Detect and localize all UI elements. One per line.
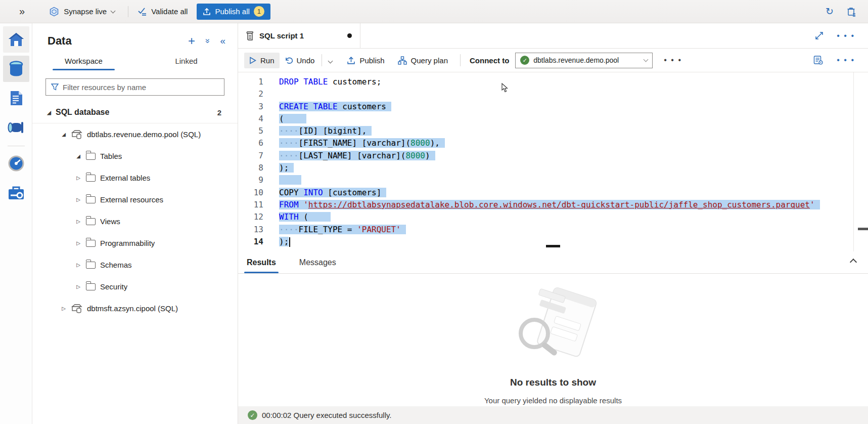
collapse-panel-icon[interactable]: « bbox=[220, 35, 225, 47]
toolbar-far-more-icon[interactable]: • • • bbox=[837, 56, 855, 65]
tree-item-external-resources[interactable]: ▷External resources bbox=[32, 189, 238, 210]
trash-icon[interactable] bbox=[847, 7, 856, 17]
resource-tree: ◢SQL database2◢dbtlabs.revenue.demo.pool… bbox=[32, 102, 238, 319]
tree-item-tables[interactable]: ◢Tables bbox=[32, 145, 238, 167]
properties-icon[interactable] bbox=[813, 55, 824, 65]
line-number: 14 bbox=[238, 236, 273, 248]
editor-horizontal-scrollbar-thumb[interactable] bbox=[546, 245, 560, 247]
collapse-node-icon[interactable]: ◢ bbox=[75, 153, 82, 159]
run-button[interactable]: Run bbox=[244, 53, 280, 68]
expand-node-icon[interactable]: ▷ bbox=[75, 262, 82, 268]
tree-item-views[interactable]: ▷Views bbox=[32, 210, 238, 232]
code-line-4[interactable]: 4( bbox=[238, 113, 868, 125]
line-content: ····[ID] [bigint], bbox=[273, 125, 372, 137]
tab-sql-script-1[interactable]: SQL script 1 bbox=[238, 23, 360, 48]
add-resource-icon[interactable]: + bbox=[188, 35, 195, 47]
code-line-5[interactable]: 5····[ID] [bigint], bbox=[238, 125, 868, 137]
validate-all-button[interactable]: Validate all bbox=[138, 7, 188, 16]
mode-selector[interactable]: Synapse live bbox=[49, 7, 115, 17]
code-line-2[interactable]: 2 bbox=[238, 88, 868, 100]
line-number: 4 bbox=[238, 113, 273, 125]
tree-item-programmability[interactable]: ▷Programmability bbox=[32, 232, 238, 254]
synapse-logo-icon bbox=[49, 7, 59, 17]
line-number: 2 bbox=[238, 88, 273, 100]
editor-vertical-scrollbar-thumb[interactable] bbox=[858, 228, 868, 230]
code-line-11[interactable]: 11FROM 'https://dbtlabsynapsedatalake.bl… bbox=[238, 199, 868, 211]
no-results-subtitle: Your query yielded no displayable result… bbox=[238, 396, 868, 405]
rail-item-develop[interactable] bbox=[3, 85, 29, 111]
tree-item-label: dbtmsft.azsyn.cipool (SQL) bbox=[87, 304, 178, 313]
tab-workspace[interactable]: Workspace bbox=[32, 57, 135, 70]
expand-node-icon[interactable]: ▷ bbox=[75, 219, 82, 224]
code-line-7[interactable]: 7····[LAST_NAME] [varchar](8000) bbox=[238, 150, 868, 162]
tree-item-dbtlabs-revenue-demo-pool-sql[interactable]: ◢dbtlabs.revenue.demo.pool (SQL) bbox=[32, 123, 238, 145]
undo-button[interactable]: Undo bbox=[280, 53, 320, 68]
code-line-1[interactable]: 1DROP TABLE customers; bbox=[238, 76, 868, 88]
rail-item-integrate[interactable] bbox=[3, 114, 29, 141]
code-line-9[interactable]: 9 bbox=[238, 174, 868, 186]
filter-resources-input[interactable] bbox=[63, 83, 219, 92]
line-content: ····FILE_TYPE = 'PARQUET' bbox=[273, 224, 406, 236]
success-check-icon: ✓ bbox=[248, 410, 257, 420]
rail-item-monitor[interactable] bbox=[3, 150, 29, 177]
tree-item-security[interactable]: ▷Security bbox=[32, 276, 238, 298]
line-number: 10 bbox=[238, 187, 273, 199]
expand-node-icon[interactable]: ▷ bbox=[75, 240, 82, 246]
expand-node-icon[interactable]: ▷ bbox=[75, 175, 82, 181]
publish-count-badge: 1 bbox=[254, 6, 264, 17]
tree-item-label: Security bbox=[100, 282, 127, 291]
collapse-results-icon[interactable] bbox=[851, 258, 856, 267]
line-number: 6 bbox=[238, 137, 273, 149]
results-tab-row: Results Messages bbox=[238, 251, 868, 274]
double-chevron-down-icon[interactable]: » bbox=[203, 38, 213, 43]
tab-linked[interactable]: Linked bbox=[135, 57, 238, 70]
query-plan-button[interactable]: Query plan bbox=[393, 53, 453, 68]
tree-item-sql-database[interactable]: ◢SQL database2 bbox=[32, 102, 238, 123]
code-line-10[interactable]: 10COPY INTO [customers] bbox=[238, 187, 868, 199]
refresh-icon[interactable]: ↻ bbox=[826, 6, 834, 17]
expand-panel-icon[interactable]: » bbox=[19, 6, 25, 17]
code-line-6[interactable]: 6····[FIRST_NAME] [varchar](8000), bbox=[238, 137, 868, 149]
code-line-8[interactable]: 8); bbox=[238, 162, 868, 174]
publish-all-button[interactable]: Publish all 1 bbox=[197, 4, 270, 20]
tabrow-more-icon[interactable]: • • • bbox=[837, 31, 855, 40]
collapse-node-icon[interactable]: ◢ bbox=[45, 110, 53, 115]
data-panel-title: Data bbox=[48, 34, 72, 48]
connection-ok-icon: ✓ bbox=[520, 56, 529, 65]
code-line-13[interactable]: 13····FILE_TYPE = 'PARQUET' bbox=[238, 224, 868, 236]
code-editor[interactable]: 1DROP TABLE customers;23CREATE TABLE cus… bbox=[238, 72, 868, 275]
tree-item-dbtmsft-azsyn-cipool-sql[interactable]: ▷dbtmsft.azsyn.cipool (SQL) bbox=[32, 298, 238, 319]
publish-button[interactable]: Publish bbox=[342, 53, 389, 68]
publish-all-label: Publish all bbox=[215, 7, 249, 16]
tree-item-label: Views bbox=[100, 217, 120, 226]
sql-script-icon bbox=[245, 31, 254, 41]
tree-item-label: External resources bbox=[100, 195, 163, 204]
monitor-icon bbox=[8, 155, 24, 172]
rail-item-data[interactable] bbox=[3, 56, 29, 82]
no-results-empty-state: No results to show Your query yielded no… bbox=[238, 287, 868, 405]
code-line-3[interactable]: 3CREATE TABLE customers bbox=[238, 101, 868, 113]
expand-node-icon[interactable]: ▷ bbox=[75, 284, 82, 289]
expand-node-icon[interactable]: ▷ bbox=[60, 306, 67, 311]
tree-item-label: External tables bbox=[100, 174, 150, 182]
data-icon bbox=[9, 61, 23, 77]
tree-item-schemas[interactable]: ▷Schemas bbox=[32, 254, 238, 276]
code-line-12[interactable]: 12WITH ( bbox=[238, 211, 868, 223]
rail-item-manage[interactable] bbox=[3, 180, 29, 206]
editor-scrollbar-track bbox=[853, 72, 854, 275]
data-panel-tabs: Workspace Linked bbox=[32, 57, 238, 70]
tab-results[interactable]: Results bbox=[244, 258, 279, 273]
toolbar-divider-2 bbox=[460, 54, 461, 66]
expand-editor-icon[interactable] bbox=[815, 31, 824, 40]
folder-icon bbox=[86, 175, 96, 182]
rail-item-home[interactable] bbox=[3, 26, 29, 53]
tree-item-external-tables[interactable]: ▷External tables bbox=[32, 167, 238, 189]
expand-node-icon[interactable]: ▷ bbox=[75, 197, 82, 202]
results-panel: Results Messages bbox=[238, 251, 868, 424]
toolbar-more-icon[interactable]: • • • bbox=[664, 56, 682, 65]
run-options-chevron-icon[interactable] bbox=[324, 52, 337, 68]
connection-dropdown[interactable]: ✓ dbtlabs.revenue.demo.pool bbox=[515, 53, 653, 68]
folder-icon bbox=[86, 283, 96, 290]
tab-messages[interactable]: Messages bbox=[297, 258, 339, 273]
collapse-node-icon[interactable]: ◢ bbox=[60, 132, 67, 137]
